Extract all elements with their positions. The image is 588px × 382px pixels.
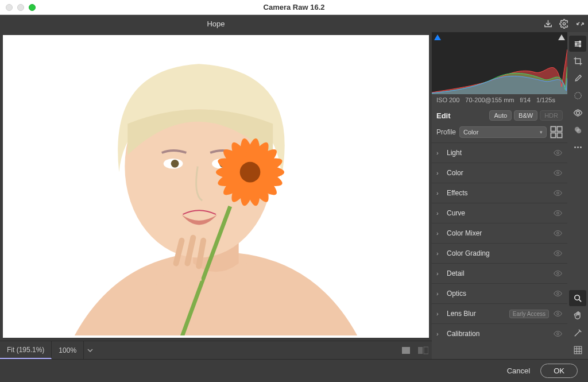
svg-rect-22 (557, 126, 562, 131)
preferences-gear-icon[interactable] (556, 16, 572, 32)
chevron-right-icon: › (436, 230, 444, 237)
svg-point-39 (576, 111, 579, 114)
chevron-down-icon: ▾ (540, 129, 543, 135)
svg-rect-19 (418, 347, 423, 354)
chevron-right-icon: › (436, 250, 444, 257)
visibility-eye-icon[interactable] (552, 210, 563, 217)
chevron-right-icon: › (436, 270, 444, 277)
visibility-eye-icon[interactable] (552, 330, 563, 337)
snapshot-tool-icon[interactable] (569, 122, 586, 138)
visibility-eye-icon[interactable] (552, 230, 563, 237)
chevron-right-icon: › (436, 190, 444, 196)
svg-point-33 (556, 312, 559, 315)
svg-point-45 (574, 295, 579, 300)
panel-color[interactable]: ›Color (432, 163, 567, 183)
svg-point-17 (240, 162, 261, 183)
hdr-button[interactable]: HDR (540, 110, 563, 121)
visibility-eye-icon[interactable] (552, 149, 563, 156)
panel-accordion: ›Light›Color›Effects›Curve›Color Mixer›C… (432, 142, 567, 360)
crop-tool-icon[interactable] (569, 53, 586, 69)
zoom-tool-icon[interactable] (569, 290, 586, 306)
cancel-button[interactable]: Cancel (507, 366, 530, 375)
visibility-eye-icon[interactable] (552, 310, 563, 317)
panel-label: Optics (444, 290, 552, 298)
svg-point-34 (556, 333, 559, 335)
panel-color-grading[interactable]: ›Color Grading (432, 243, 567, 263)
svg-point-31 (556, 272, 559, 275)
single-view-icon[interactable] (397, 341, 415, 359)
hand-tool-icon[interactable] (569, 307, 586, 323)
profile-label: Profile (436, 128, 456, 136)
visibility-eye-icon[interactable] (552, 290, 563, 297)
auto-button[interactable]: Auto (489, 110, 512, 121)
fullscreen-window-button[interactable] (29, 4, 36, 11)
panel-label: Lens Blur (444, 310, 509, 318)
edit-header: Edit Auto B&W HDR (432, 107, 567, 124)
mask-tool-icon[interactable] (569, 87, 586, 103)
bw-button[interactable]: B&W (514, 110, 537, 121)
zoom-fit-button[interactable]: Fit (195.1%) (0, 341, 52, 359)
close-window-button[interactable] (6, 4, 13, 11)
svg-point-35 (579, 41, 581, 43)
panel-light[interactable]: ›Light (432, 142, 567, 163)
chevron-right-icon: › (436, 290, 444, 297)
svg-point-26 (556, 172, 559, 174)
minimize-window-button[interactable] (17, 4, 24, 11)
panel-label: Curve (444, 209, 552, 217)
sampler-tool-icon[interactable] (569, 325, 586, 341)
svg-point-0 (563, 22, 565, 25)
grid-tool-icon[interactable] (569, 342, 586, 358)
save-snapshot-icon[interactable] (540, 16, 556, 32)
visibility-eye-icon[interactable] (552, 270, 563, 277)
tool-rail (567, 32, 588, 359)
zoom-dropdown[interactable] (84, 341, 96, 359)
panel-label: Light (444, 149, 552, 157)
svg-point-37 (579, 45, 581, 47)
panel-calibration[interactable]: ›Calibration (432, 323, 567, 344)
panel-label: Color (444, 169, 552, 177)
image-canvas[interactable] (3, 35, 429, 338)
panel-lens-blur[interactable]: ›Lens BlurEarly Access (432, 303, 567, 323)
window-controls (0, 4, 36, 11)
zoom-bar: Fit (195.1%) 100% (0, 341, 432, 359)
panel-detail[interactable]: ›Detail (432, 263, 567, 283)
svg-point-38 (574, 92, 581, 98)
svg-point-30 (556, 252, 559, 254)
browse-profiles-icon[interactable] (550, 126, 563, 138)
preview-frame (0, 32, 432, 341)
panel-effects[interactable]: ›Effects (432, 183, 567, 203)
svg-point-29 (556, 232, 559, 234)
panel-color-mixer[interactable]: ›Color Mixer (432, 223, 567, 243)
chevron-right-icon: › (436, 169, 444, 176)
visibility-eye-icon[interactable] (552, 190, 563, 196)
chevron-right-icon: › (436, 310, 444, 317)
more-tools-icon[interactable] (569, 139, 586, 155)
svg-point-36 (575, 43, 577, 45)
svg-rect-21 (551, 126, 555, 131)
visibility-eye-icon[interactable] (552, 169, 563, 176)
chevron-right-icon: › (436, 330, 444, 337)
profile-select[interactable]: Color ▾ (459, 126, 547, 138)
compare-view-icon[interactable] (415, 341, 432, 359)
ok-button[interactable]: OK (540, 364, 578, 378)
healing-tool-icon[interactable] (569, 70, 586, 86)
svg-point-43 (577, 146, 579, 148)
window-titlebar: Camera Raw 16.2 (0, 0, 588, 15)
svg-point-5 (171, 160, 179, 168)
exif-shutter: 1/125s (536, 97, 555, 103)
profile-row: Profile Color ▾ (432, 124, 567, 142)
panel-optics[interactable]: ›Optics (432, 283, 567, 303)
redeye-tool-icon[interactable] (569, 105, 586, 121)
edit-tool-icon[interactable] (569, 36, 586, 52)
edit-title: Edit (436, 111, 487, 120)
svg-point-25 (556, 152, 559, 154)
histogram[interactable] (432, 32, 567, 94)
profile-value: Color (463, 129, 478, 136)
visibility-eye-icon[interactable] (552, 250, 563, 257)
zoom-100-button[interactable]: 100% (52, 341, 84, 359)
svg-rect-46 (574, 346, 582, 354)
panel-curve[interactable]: ›Curve (432, 203, 567, 223)
app-title: Camera Raw 16.2 (0, 3, 588, 11)
panel-label: Color Mixer (444, 229, 552, 237)
toggle-fullscreen-icon[interactable] (572, 16, 588, 32)
